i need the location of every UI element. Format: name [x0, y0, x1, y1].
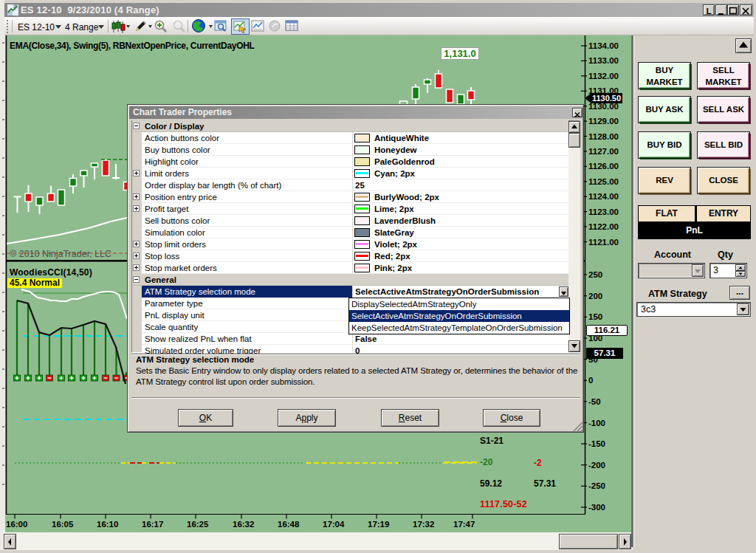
svg-text:1128.00: 1128.00: [588, 132, 619, 141]
svg-text:1125.00: 1125.00: [588, 177, 619, 186]
svg-text:1133.00: 1133.00: [588, 56, 619, 65]
svg-text:17:04: 17:04: [323, 520, 345, 529]
svg-text:17:47: 17:47: [453, 520, 475, 529]
svg-text:16:05: 16:05: [52, 520, 74, 529]
svg-text:1127.00: 1127.00: [588, 147, 619, 156]
svg-text:1123.00: 1123.00: [588, 207, 619, 216]
svg-text:16:17: 16:17: [142, 520, 163, 529]
svg-text:-250: -250: [588, 481, 605, 490]
svg-text:-100: -100: [588, 419, 605, 427]
svg-text:1122.00: 1122.00: [588, 222, 619, 231]
svg-text:16:10: 16:10: [97, 520, 118, 529]
svg-text:-300: -300: [588, 503, 605, 512]
svg-text:150: 150: [588, 312, 602, 321]
svg-text:0: 0: [588, 376, 593, 385]
svg-text:-150: -150: [588, 439, 605, 448]
svg-text:1121.00: 1121.00: [588, 238, 619, 247]
svg-text:17:19: 17:19: [368, 520, 389, 529]
svg-text:16:32: 16:32: [233, 520, 254, 529]
svg-text:250: 250: [588, 270, 602, 279]
svg-text:1134.00: 1134.00: [588, 41, 619, 50]
svg-text:17:32: 17:32: [413, 520, 434, 529]
svg-text:1124.00: 1124.00: [588, 192, 619, 201]
svg-text:1129.00: 1129.00: [588, 117, 619, 126]
svg-text:-200: -200: [588, 461, 605, 470]
svg-text:16:25: 16:25: [187, 520, 209, 529]
svg-text:L: L: [707, 7, 712, 16]
svg-text:-50: -50: [588, 397, 601, 406]
svg-text:1126.00: 1126.00: [588, 162, 619, 171]
svg-text:16:00: 16:00: [6, 520, 27, 529]
svg-text:200: 200: [588, 292, 602, 300]
svg-text:© 2010 NinjaTrader, LLC: © 2010 NinjaTrader, LLC: [10, 249, 111, 259]
svg-text:16:48: 16:48: [278, 520, 300, 529]
svg-text:1132.00: 1132.00: [588, 72, 619, 80]
